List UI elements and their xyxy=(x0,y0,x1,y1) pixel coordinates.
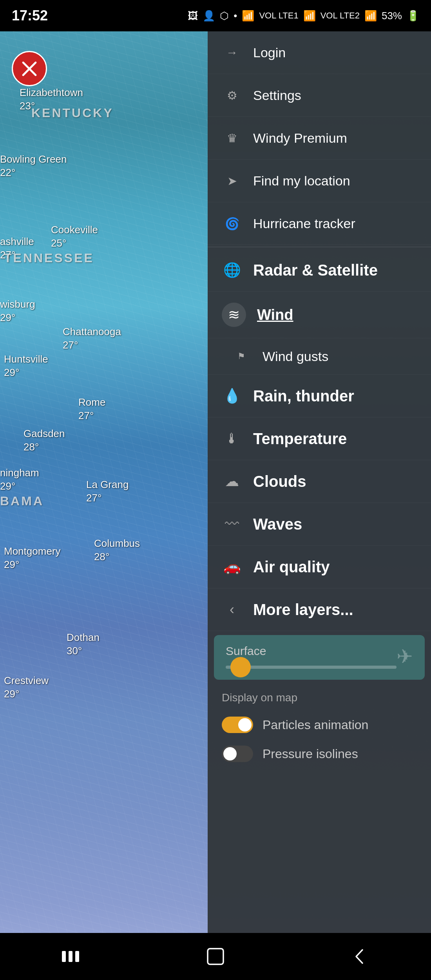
city-label-wisburg: wisburg29° xyxy=(0,298,35,325)
nfc-icon: ⬡ xyxy=(220,10,229,22)
slider-thumb[interactable] xyxy=(230,657,251,677)
svg-rect-2 xyxy=(75,951,79,962)
menu-icon-windy-premium: ♛ xyxy=(222,128,242,148)
surface-label: Surface xyxy=(226,644,397,658)
menu-item-wind-gusts[interactable]: ⚑Wind gusts xyxy=(208,338,431,375)
toggle-knob-pressure xyxy=(223,747,237,760)
menu-label-wind-gusts: Wind gusts xyxy=(263,349,328,364)
menu-label-hurricane: Hurricane tracker xyxy=(253,216,355,231)
menu-item-clouds[interactable]: ☁Clouds xyxy=(208,460,431,503)
region-label-kentucky: KENTUCKY xyxy=(31,106,114,120)
menu-label-clouds: Clouds xyxy=(253,473,306,490)
menu-icon-hurricane: 🌀 xyxy=(222,213,242,234)
city-label-ningham: ningham29° xyxy=(0,466,39,493)
nav-menu-button[interactable] xyxy=(52,945,91,968)
toggle-row-particles: Particles animation xyxy=(222,710,417,739)
menu-label-temperature: Temperature xyxy=(253,430,347,448)
section-divider xyxy=(208,247,431,247)
menu-item-temperature[interactable]: 🌡Temperature xyxy=(208,417,431,460)
side-menu: →Login⚙Settings♛Windy Premium➤Find my lo… xyxy=(208,31,431,949)
nav-back-button[interactable] xyxy=(340,945,379,968)
city-label-rome: Rome27° xyxy=(78,396,105,423)
altitude-slider[interactable] xyxy=(226,666,397,669)
toggle-knob-particles xyxy=(238,718,252,731)
region-label-bama: BAMA xyxy=(0,494,44,508)
menu-icon-find-location: ➤ xyxy=(222,171,242,191)
menu-label-rain-thunder: Rain, thunder xyxy=(253,387,354,405)
svg-rect-0 xyxy=(62,951,66,962)
display-on-map-label: Display on map xyxy=(222,691,417,704)
menu-label-air-quality: Air quality xyxy=(253,558,330,576)
city-label-montgomery: Montgomery29° xyxy=(4,545,61,572)
menu-label-login: Login xyxy=(253,45,286,60)
menu-label-windy-premium: Windy Premium xyxy=(253,131,347,146)
menu-item-air-quality[interactable]: 🚗Air quality xyxy=(208,546,431,588)
menu-icon-login: → xyxy=(222,42,242,63)
toggle-label-particles: Particles animation xyxy=(263,718,368,732)
toggle-particles[interactable] xyxy=(222,717,253,733)
status-time: 17:52 xyxy=(12,7,48,24)
city-label-huntsville: Huntsville29° xyxy=(4,353,48,379)
menu-icon-air-quality: 🚗 xyxy=(222,557,242,577)
city-label-crestview: Crestview29° xyxy=(4,674,49,701)
signal2-icon: VOL LTE2 xyxy=(321,11,360,21)
menu-item-waves[interactable]: 〰Waves xyxy=(208,503,431,546)
menu-icon-radar-satellite: 🌐 xyxy=(222,260,242,280)
toggle-row-pressure: Pressure isolines xyxy=(222,739,417,768)
toggle-label-pressure: Pressure isolines xyxy=(263,747,358,761)
status-bar: 17:52 🖼 👤 ⬡ • 📶 VOL LTE1 📶 VOL LTE2 📶 53… xyxy=(0,0,431,31)
menu-item-hurricane[interactable]: 🌀Hurricane tracker xyxy=(208,202,431,245)
menu-item-windy-premium[interactable]: ♛Windy Premium xyxy=(208,117,431,160)
surface-section: Surface ✈ xyxy=(214,635,425,680)
menu-label-wind: Wind xyxy=(257,307,293,323)
city-label-bowling-green: Bowling Green22° xyxy=(0,153,67,180)
menu-item-settings[interactable]: ⚙Settings xyxy=(208,74,431,117)
battery-indicator: 53% xyxy=(382,10,402,22)
signal-bar2: 📶 xyxy=(364,10,377,22)
dot-icon: • xyxy=(234,10,237,22)
toggle-pressure[interactable] xyxy=(222,746,253,762)
battery-icon: 🔋 xyxy=(407,10,419,22)
signal1-icon: VOL LTE1 xyxy=(259,11,298,21)
airplane-icon: ✈ xyxy=(397,645,413,668)
wifi-icon: 📶 xyxy=(242,10,254,22)
close-button[interactable] xyxy=(12,51,47,86)
svg-rect-1 xyxy=(69,951,72,962)
menu-label-more-layers: More layers... xyxy=(253,601,353,619)
menu-icon-temperature: 🌡 xyxy=(222,428,242,449)
svg-rect-3 xyxy=(208,949,223,964)
menu-icon-wind: ≋ xyxy=(222,303,246,327)
city-label-cookeville: Cookeville25° xyxy=(51,223,98,250)
menu-item-radar-satellite[interactable]: 🌐Radar & Satellite xyxy=(208,249,431,292)
city-label-chattanooga: Chattanooga27° xyxy=(63,325,121,352)
menu-icon-wind-gusts: ⚑ xyxy=(231,346,252,367)
navigation-bar xyxy=(0,933,431,980)
nav-home-button[interactable] xyxy=(196,945,235,968)
city-label-la-grang: La Grang27° xyxy=(86,478,129,505)
menu-label-waves: Waves xyxy=(253,515,302,533)
menu-icon-waves: 〰 xyxy=(222,514,242,534)
menu-label-find-location: Find my location xyxy=(253,173,350,189)
signal-bar1: 📶 xyxy=(303,10,316,22)
city-label-dothan: Dothan30° xyxy=(67,631,100,658)
region-label-tennessee: TENNESSEE xyxy=(4,251,94,265)
menu-label-radar-satellite: Radar & Satellite xyxy=(253,261,378,279)
menu-icon-rain-thunder: 💧 xyxy=(222,386,242,406)
menu-item-login[interactable]: →Login xyxy=(208,31,431,74)
menu-item-wind[interactable]: ≋Wind xyxy=(208,292,431,338)
display-on-map-section: Display on map Particles animationPressu… xyxy=(208,684,431,776)
menu-icon-more-layers: ‹ xyxy=(222,599,242,620)
menu-icon-settings: ⚙ xyxy=(222,85,242,105)
menu-item-more-layers[interactable]: ‹More layers... xyxy=(208,588,431,631)
city-label-columbus: Columbus28° xyxy=(94,537,140,564)
menu-label-settings: Settings xyxy=(253,88,301,103)
menu-icon-clouds: ☁ xyxy=(222,471,242,492)
menu-item-rain-thunder[interactable]: 💧Rain, thunder xyxy=(208,375,431,417)
city-label-gadsden: Gadsden28° xyxy=(24,427,65,454)
person-icon: 👤 xyxy=(203,10,215,22)
photo-icon: 🖼 xyxy=(188,10,198,22)
menu-item-find-location[interactable]: ➤Find my location xyxy=(208,160,431,202)
status-icons: 🖼 👤 ⬡ • 📶 VOL LTE1 📶 VOL LTE2 📶 53% 🔋 xyxy=(188,10,419,22)
